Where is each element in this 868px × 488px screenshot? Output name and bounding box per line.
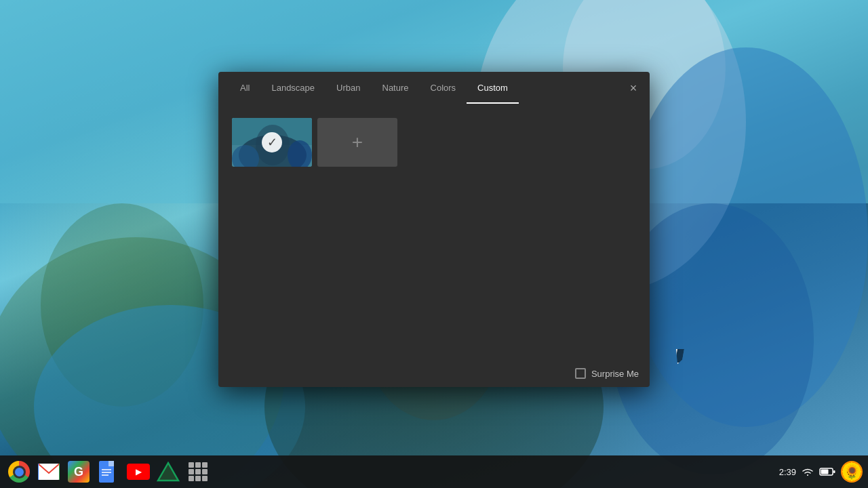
- surprise-me-label[interactable]: Surprise Me: [575, 368, 639, 379]
- apps-dot: [202, 476, 208, 481]
- youtube-icon: [127, 464, 150, 480]
- apps-dot: [195, 469, 201, 474]
- google-icon: G: [68, 461, 90, 483]
- selected-overlay: ✓: [232, 118, 312, 167]
- apps-dot: [195, 476, 201, 481]
- taskbar-status: 2:39 🌻: [779, 461, 863, 483]
- tab-landscape[interactable]: Landscape: [260, 73, 326, 104]
- apps-dot: [189, 462, 194, 468]
- svg-rect-28: [833, 470, 835, 473]
- dialog-overlay: All Landscape Urban Nature Colors Custom…: [0, 0, 868, 488]
- svg-marker-25: [158, 463, 178, 481]
- gmail-icon: [38, 464, 60, 480]
- add-wallpaper-button[interactable]: +: [317, 118, 397, 167]
- battery-icon: [819, 467, 835, 476]
- svg-rect-20: [108, 461, 114, 466]
- apps-dot: [202, 462, 208, 468]
- check-mark: ✓: [262, 132, 282, 152]
- taskbar-app-youtube[interactable]: [125, 458, 152, 485]
- taskbar: G: [0, 455, 868, 488]
- time-display: 2:39: [779, 467, 796, 477]
- apps-dot: [202, 469, 208, 474]
- apps-icon: [189, 462, 208, 481]
- sunflower-icon[interactable]: 🌻: [841, 461, 863, 483]
- taskbar-app-docs[interactable]: [95, 458, 122, 485]
- taskbar-app-chrome[interactable]: [5, 458, 33, 485]
- taskbar-app-gmail[interactable]: [35, 458, 62, 485]
- apps-dot: [189, 469, 194, 474]
- tab-all[interactable]: All: [229, 73, 260, 104]
- wallpaper-dialog: All Landscape Urban Nature Colors Custom…: [218, 72, 650, 387]
- taskbar-app-drive[interactable]: [155, 458, 182, 485]
- taskbar-app-google[interactable]: G: [65, 458, 92, 485]
- close-button[interactable]: ×: [625, 80, 642, 96]
- surprise-me-text: Surprise Me: [591, 369, 639, 379]
- taskbar-apps: G: [5, 458, 779, 485]
- svg-rect-27: [821, 470, 829, 474]
- apps-dot: [195, 462, 201, 468]
- dialog-header: All Landscape Urban Nature Colors Custom…: [218, 72, 650, 104]
- tab-urban[interactable]: Urban: [326, 73, 371, 104]
- dialog-footer: Surprise Me: [218, 360, 650, 387]
- wallpaper-grid: ✓ +: [229, 115, 639, 169]
- taskbar-app-apps[interactable]: [184, 458, 212, 485]
- chrome-icon: [8, 461, 30, 483]
- apps-dot: [189, 476, 194, 481]
- dialog-body: ✓ +: [218, 104, 650, 360]
- wallpaper-thumbnail-selected[interactable]: ✓: [232, 118, 312, 167]
- tab-custom[interactable]: Custom: [467, 73, 519, 104]
- drive-icon: [157, 462, 180, 482]
- tab-nature[interactable]: Nature: [372, 73, 420, 104]
- dialog-tabs: All Landscape Urban Nature Colors Custom: [229, 73, 639, 104]
- tab-colors[interactable]: Colors: [420, 73, 467, 104]
- surprise-me-checkbox[interactable]: [575, 368, 586, 379]
- docs-icon: [99, 460, 118, 483]
- wifi-icon: [802, 467, 814, 476]
